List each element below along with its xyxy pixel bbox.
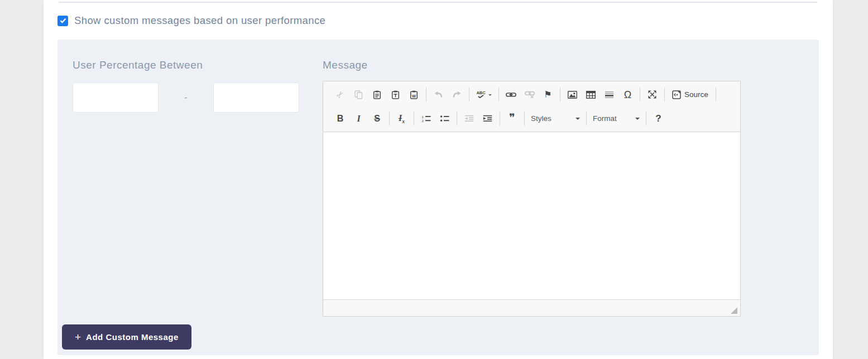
undo-button[interactable] xyxy=(429,86,448,103)
maximize-button[interactable] xyxy=(643,86,661,103)
page-background: Show custom messages based on user perfo… xyxy=(0,0,868,359)
format-dropdown[interactable]: Format xyxy=(589,110,643,127)
styles-dropdown-label: Styles xyxy=(531,114,552,123)
toolbar-separator xyxy=(524,111,525,125)
increase-indent-icon xyxy=(483,115,492,122)
unlink-button[interactable] xyxy=(520,86,539,103)
cut-button[interactable]: ✂ xyxy=(331,86,349,103)
range-section-label: User Percentage Between xyxy=(73,59,203,71)
message-editor-body[interactable] xyxy=(323,132,740,299)
toolbar-separator xyxy=(716,88,716,101)
editor-toolbar: ✂ W ABC xyxy=(323,81,740,132)
toolbar-separator xyxy=(560,88,560,101)
spell-check-button[interactable]: ABC xyxy=(472,86,496,103)
chevron-down-icon xyxy=(488,94,492,98)
toolbar-separator xyxy=(586,111,587,125)
toolbar-separator xyxy=(640,88,640,101)
source-icon xyxy=(672,90,681,99)
chevron-down-icon xyxy=(635,118,640,122)
anchor-button[interactable]: ⚑ xyxy=(539,86,557,103)
table-button[interactable] xyxy=(582,86,600,103)
add-custom-message-button[interactable]: + Add Custom Message xyxy=(62,324,191,350)
horizontal-rule-button[interactable] xyxy=(600,86,618,103)
source-button[interactable]: Source xyxy=(668,86,713,103)
link-button[interactable] xyxy=(502,86,520,103)
maximize-icon xyxy=(648,90,656,99)
svg-text:1: 1 xyxy=(422,115,424,119)
about-help-button[interactable]: ? xyxy=(649,110,668,127)
omega-icon: Ω xyxy=(624,90,631,100)
toolbar-separator xyxy=(426,88,426,101)
remove-format-button[interactable]: Ix xyxy=(392,110,411,127)
toolbar-separator xyxy=(457,111,457,125)
cut-icon: ✂ xyxy=(334,89,346,100)
custom-message-panel: User Percentage Between Message - ✂ W xyxy=(57,40,819,355)
bold-icon: B xyxy=(337,114,344,124)
add-custom-message-label: Add Custom Message xyxy=(86,332,179,342)
toolbar-separator xyxy=(414,111,414,125)
horizontal-rule-icon xyxy=(605,91,614,99)
section-divider xyxy=(59,2,817,3)
toolbar-separator xyxy=(646,111,646,125)
remove-format-icon: Ix xyxy=(399,113,405,124)
toolbar-separator xyxy=(498,88,499,101)
format-dropdown-label: Format xyxy=(593,114,617,123)
image-icon xyxy=(568,91,577,99)
spell-check-icon: ABC xyxy=(476,91,485,99)
redo-button[interactable] xyxy=(448,86,466,103)
source-button-label: Source xyxy=(684,90,708,99)
question-mark-icon: ? xyxy=(655,113,661,124)
chevron-down-icon xyxy=(576,118,580,122)
special-character-button[interactable]: Ω xyxy=(618,86,637,103)
percentage-max-input[interactable] xyxy=(213,83,299,113)
toggle-label: Show custom messages based on user perfo… xyxy=(74,14,325,27)
percentage-range-row: - xyxy=(73,83,299,113)
numbered-list-button[interactable]: 12 xyxy=(417,110,435,127)
show-custom-messages-toggle[interactable]: Show custom messages based on user perfo… xyxy=(57,14,325,27)
paste-plain-text-button[interactable] xyxy=(386,86,405,103)
toolbar-row-1: ✂ W ABC xyxy=(323,83,740,106)
increase-indent-button[interactable] xyxy=(478,110,497,127)
blockquote-icon: ❞ xyxy=(509,112,515,123)
italic-button[interactable]: I xyxy=(349,110,368,127)
editor-status-bar xyxy=(323,299,740,316)
paste-icon xyxy=(373,90,381,99)
copy-button[interactable] xyxy=(349,86,368,103)
bold-button[interactable]: B xyxy=(331,110,349,127)
paste-from-word-button[interactable]: W xyxy=(405,86,423,103)
styles-dropdown[interactable]: Styles xyxy=(527,110,583,127)
paste-button[interactable] xyxy=(368,86,386,103)
paste-from-word-icon: W xyxy=(410,90,418,99)
toolbar-row-2: B I S Ix 12 ❞ xyxy=(323,106,740,130)
strikethrough-icon: S xyxy=(374,114,380,124)
svg-text:2: 2 xyxy=(422,119,424,123)
image-button[interactable] xyxy=(563,86,582,103)
copy-icon xyxy=(354,90,363,99)
undo-icon xyxy=(434,91,443,98)
unlink-icon xyxy=(525,91,535,99)
range-dash: - xyxy=(184,92,188,103)
plus-icon: + xyxy=(75,332,81,342)
anchor-flag-icon: ⚑ xyxy=(544,90,552,99)
toolbar-separator xyxy=(664,88,665,101)
numbered-list-icon: 12 xyxy=(421,115,431,123)
paste-plain-text-icon xyxy=(391,90,400,99)
message-rich-text-editor: ✂ W ABC xyxy=(323,81,741,317)
decrease-indent-icon xyxy=(464,115,474,122)
bulleted-list-button[interactable] xyxy=(435,110,454,127)
percentage-min-input[interactable] xyxy=(73,83,159,113)
strikethrough-button[interactable]: S xyxy=(368,110,386,127)
bulleted-list-icon xyxy=(440,115,449,123)
toolbar-separator xyxy=(389,111,390,125)
svg-text:W: W xyxy=(412,93,416,98)
resize-handle-icon[interactable] xyxy=(731,307,737,314)
blockquote-button[interactable]: ❞ xyxy=(503,110,521,127)
table-icon xyxy=(586,91,596,99)
italic-icon: I xyxy=(357,114,360,124)
link-icon xyxy=(506,91,516,98)
decrease-indent-button[interactable] xyxy=(460,110,478,127)
message-section-label: Message xyxy=(323,59,368,71)
checkbox-checked-icon[interactable] xyxy=(57,16,68,26)
toolbar-separator xyxy=(500,111,500,125)
content-card: Show custom messages based on user perfo… xyxy=(44,0,833,359)
